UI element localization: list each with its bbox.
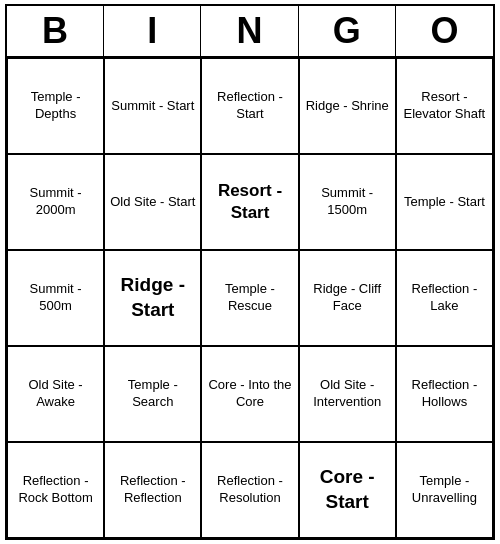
bingo-cell: Resort - Start: [201, 154, 298, 250]
header-letter: B: [7, 6, 104, 56]
bingo-cell: Summit - 2000m: [7, 154, 104, 250]
header-letter: G: [299, 6, 396, 56]
bingo-cell: Summit - 500m: [7, 250, 104, 346]
header-letter: O: [396, 6, 493, 56]
bingo-cell: Reflection - Reflection: [104, 442, 201, 538]
bingo-card: BINGO Temple - DepthsSummit - StartRefle…: [5, 4, 495, 540]
bingo-cell: Core - Into the Core: [201, 346, 298, 442]
bingo-cell: Ridge - Cliff Face: [299, 250, 396, 346]
bingo-grid: Temple - DepthsSummit - StartReflection …: [7, 58, 493, 538]
bingo-header: BINGO: [7, 6, 493, 58]
bingo-cell: Summit - Start: [104, 58, 201, 154]
bingo-cell: Resort - Elevator Shaft: [396, 58, 493, 154]
bingo-cell: Ridge - Shrine: [299, 58, 396, 154]
bingo-cell: Reflection - Lake: [396, 250, 493, 346]
bingo-cell: Reflection - Rock Bottom: [7, 442, 104, 538]
bingo-cell: Temple - Unravelling: [396, 442, 493, 538]
bingo-cell: Reflection - Resolution: [201, 442, 298, 538]
bingo-cell: Reflection - Hollows: [396, 346, 493, 442]
bingo-cell: Ridge - Start: [104, 250, 201, 346]
header-letter: I: [104, 6, 201, 56]
header-letter: N: [201, 6, 298, 56]
bingo-cell: Summit - 1500m: [299, 154, 396, 250]
bingo-cell: Old Site - Awake: [7, 346, 104, 442]
bingo-cell: Temple - Rescue: [201, 250, 298, 346]
bingo-cell: Core - Start: [299, 442, 396, 538]
bingo-cell: Old Site - Intervention: [299, 346, 396, 442]
bingo-cell: Temple - Search: [104, 346, 201, 442]
bingo-cell: Old Site - Start: [104, 154, 201, 250]
bingo-cell: Temple - Start: [396, 154, 493, 250]
bingo-cell: Temple - Depths: [7, 58, 104, 154]
bingo-cell: Reflection - Start: [201, 58, 298, 154]
